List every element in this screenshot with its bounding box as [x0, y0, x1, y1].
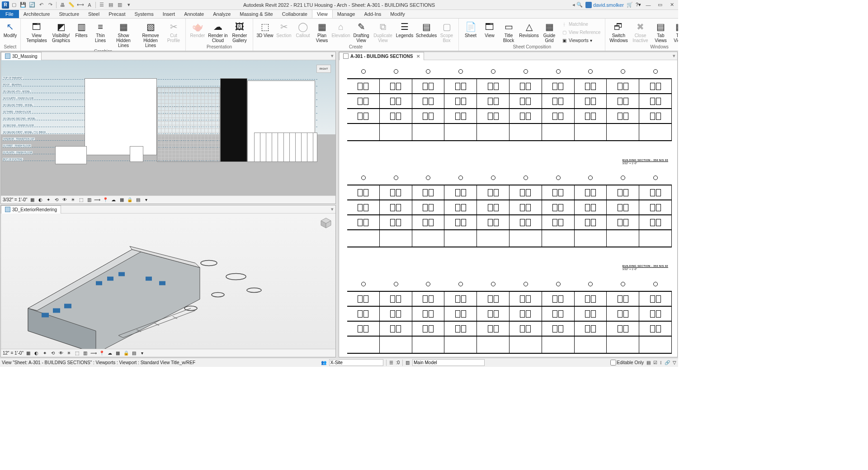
legends-button[interactable]: ☰Legends — [394, 19, 415, 39]
sheet-button[interactable]: 📄Sheet — [462, 19, 480, 39]
ribbon-tabstrip: File ArchitectureStructureSteelPrecastSy… — [0, 10, 678, 19]
window-title: Autodesk Revit 2022 - R21 LTU Housing - … — [243, 2, 435, 8]
canvas-massing[interactable]: RIGHT TOP OF PARAPETROOF - BEARING05 CEI… — [1, 60, 335, 195]
svg-rect-7 — [42, 313, 49, 318]
close-button[interactable]: ✕ — [667, 2, 676, 8]
restore-button[interactable]: ▭ — [656, 2, 665, 8]
qat-open-icon[interactable]: ▢ — [10, 1, 18, 9]
ribbon-tab-add-ins[interactable]: Add-Ins — [359, 9, 386, 18]
workset-icon[interactable]: 👥 — [321, 360, 326, 365]
canvas-sheet[interactable]: BUILDING SECTION - 350 N/S 033/32" = 1'-… — [339, 60, 677, 357]
switch-windows-button[interactable]: 🗗Switch Windows — [608, 19, 629, 44]
sb-icon[interactable]: ▽ — [673, 360, 676, 365]
canvas-rendering[interactable] — [1, 214, 335, 349]
qat-undo-icon[interactable]: ↶ — [37, 1, 45, 9]
viewports-button[interactable]: ▣Viewports ▾ — [559, 37, 602, 44]
view-tab-rendering[interactable]: 3D_ExteriorRendering — [1, 205, 61, 214]
revisions-button[interactable]: △Revisions — [519, 19, 539, 39]
user-account[interactable]: david.smolker — [585, 2, 624, 8]
svg-rect-12 — [118, 272, 125, 276]
search-icon[interactable]: ◂ 🔍 — [572, 2, 583, 8]
ribbon-tab-manage[interactable]: Manage — [333, 9, 360, 18]
matchline-button: ⟊Matchline — [559, 20, 602, 28]
svg-point-15 — [201, 261, 217, 266]
qat-dim-icon[interactable]: ⟷ — [76, 1, 85, 9]
guide-grid-button[interactable]: ▦Guide Grid — [540, 19, 558, 44]
title-block-button[interactable]: ▭Title Block — [500, 19, 518, 44]
view-menu-icon[interactable]: ▾ — [331, 206, 335, 212]
filters-button[interactable]: ▥Filters — [72, 19, 90, 39]
svg-rect-8 — [53, 309, 60, 313]
app-logo: R — [2, 1, 9, 9]
tile-views-button[interactable]: ▦Tile Views — [670, 19, 678, 44]
thin-lines-button[interactable]: ≡Thin Lines — [91, 19, 109, 44]
view-templates-button[interactable]: 🗔View Templates — [24, 19, 50, 44]
view-tab-massing[interactable]: 3D_Massing — [1, 52, 42, 60]
qat-measure-icon[interactable]: 📏 — [67, 1, 75, 9]
panel-graphics: 🗔View Templates ◩Visibility/ Graphics ▥F… — [21, 19, 186, 51]
model-field[interactable] — [412, 359, 485, 366]
view-menu-icon[interactable]: ▾ — [331, 53, 335, 59]
cart-icon[interactable]: 🛒 — [627, 2, 633, 8]
scale-label[interactable]: 12" = 1'-0" — [3, 351, 24, 356]
sb-icon[interactable]: ☑ — [653, 360, 657, 365]
editable-only-checkbox[interactable]: Editable Only — [610, 360, 644, 366]
qat-redo-icon[interactable]: ↷ — [46, 1, 54, 9]
scope-box-button: ▢Scope Box — [438, 19, 456, 44]
file-tab[interactable]: File — [0, 9, 19, 18]
sb-icon[interactable]: ⟟ — [660, 360, 662, 366]
ribbon-tab-view[interactable]: View — [312, 9, 333, 18]
ribbon-tab-systems[interactable]: Systems — [130, 9, 158, 18]
sb-icon[interactable]: ▤ — [646, 360, 651, 365]
qat-align-icon[interactable]: ☰ — [98, 1, 106, 9]
view-control-bar-massing: 3/32" = 1'-0" ▦◐✦⟲👁☀⬚▥⟿📍☁▦🔒▤▾ — [1, 195, 335, 204]
user-name: david.smolker — [593, 2, 624, 8]
plan-views-button[interactable]: ▦Plan Views — [313, 19, 331, 44]
ribbon-tab-analyze[interactable]: Analyze — [208, 9, 235, 18]
qat-print-icon[interactable]: 🖶 — [58, 1, 66, 9]
ribbon-tab-insert[interactable]: Insert — [158, 9, 180, 18]
modify-button[interactable]: ↖Modify — [3, 19, 18, 39]
qat-section-icon[interactable]: ▤ — [107, 1, 115, 9]
visibility-graphics-button[interactable]: ◩Visibility/ Graphics — [51, 19, 71, 44]
place-view-button[interactable]: 🗔View — [481, 19, 499, 39]
view-menu-icon[interactable]: ▾ — [673, 53, 677, 59]
3d-view-button[interactable]: ⬚3D View — [256, 19, 274, 39]
ribbon-tab-architecture[interactable]: Architecture — [19, 9, 55, 18]
ribbon-tab-precast[interactable]: Precast — [104, 9, 130, 18]
view-tab-sheet[interactable]: A-301 - BUILDING SECTIONS✕ — [339, 52, 424, 60]
ribbon-tab-collaborate[interactable]: Collaborate — [278, 9, 312, 18]
qat-thin-icon[interactable]: ▾ — [125, 1, 133, 9]
close-tab-icon[interactable]: ✕ — [416, 54, 420, 59]
remove-hidden-lines-button[interactable]: ▧Remove Hidden Lines — [137, 19, 164, 49]
tab-views-button[interactable]: ▤Tab Views — [651, 19, 670, 44]
select-count-icon[interactable]: ☰ — [389, 360, 393, 365]
show-hidden-lines-button[interactable]: ▦Show Hidden Lines — [110, 19, 137, 49]
panel-create: ⬚3D View ✂Section ◯Callout ▦Plan Views ⌂… — [253, 19, 459, 51]
scale-label[interactable]: 3/32" = 1'-0" — [3, 197, 27, 202]
ribbon-tab-modify[interactable]: Modify — [386, 9, 409, 18]
schedules-button[interactable]: ▤Schedules — [416, 19, 437, 39]
ribbon-tab-annotate[interactable]: Annotate — [179, 9, 208, 18]
svg-rect-14 — [159, 281, 165, 285]
qat-sync-icon[interactable]: 🔄 — [28, 1, 36, 9]
nav-cube[interactable]: RIGHT — [316, 65, 331, 73]
view-3d-rendering: 3D_ExteriorRendering ▾ — [0, 205, 336, 357]
workset-field[interactable] — [329, 359, 383, 366]
ribbon-tab-structure[interactable]: Structure — [54, 9, 84, 18]
view-3d-massing: 3D_Massing ▾ RIGHT TOP OF PARAPETROOF - … — [0, 52, 336, 204]
render-gallery-button[interactable]: 🖼Render Gallery — [229, 19, 250, 44]
qat-filter-icon[interactable]: ▥ — [116, 1, 124, 9]
ribbon-tab-steel[interactable]: Steel — [84, 9, 104, 18]
minimize-button[interactable]: — — [644, 2, 653, 8]
qat-save-icon[interactable]: 💾 — [19, 1, 27, 9]
panel-sheet-composition: 📄Sheet 🗔View ▭Title Block △Revisions ▦Gu… — [459, 19, 605, 51]
render-cloud-button[interactable]: ☁Render in Cloud — [208, 19, 228, 44]
help-icon[interactable]: ?▾ — [636, 2, 641, 8]
qat-text-icon[interactable]: A — [85, 1, 94, 9]
sb-icon[interactable]: 🔗 — [665, 360, 670, 365]
drafting-view-button[interactable]: ✎Drafting View — [351, 19, 372, 44]
building-section — [347, 185, 672, 247]
ribbon-tab-massing-site[interactable]: Massing & Site — [235, 9, 277, 18]
model-icon[interactable]: ▥ — [406, 360, 410, 365]
